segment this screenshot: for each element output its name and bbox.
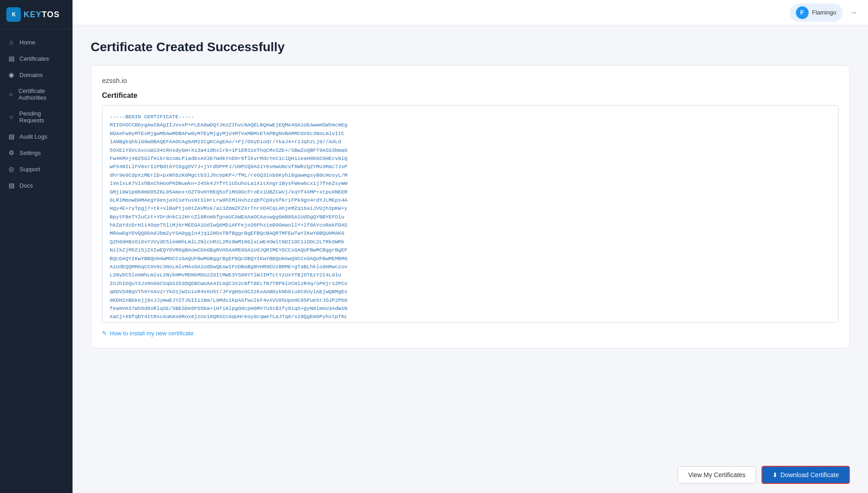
link-icon: ✎ bbox=[102, 330, 107, 337]
domain-card: ezssh.io Certificate -----BEGIN CERTIFIC… bbox=[91, 65, 850, 348]
view-certificates-button[interactable]: View My Certificates bbox=[678, 466, 756, 483]
sidebar-item-label: Domains bbox=[19, 72, 43, 78]
audit-icon: ▤ bbox=[8, 133, 15, 140]
domains-icon: ◉ bbox=[8, 71, 15, 78]
sidebar-item-settings[interactable]: ⚙ Settings bbox=[0, 145, 73, 161]
domain-label: ezssh.io bbox=[102, 77, 839, 84]
sidebar-item-label: Support bbox=[19, 166, 40, 173]
docs-icon: ▤ bbox=[8, 182, 15, 189]
sidebar-item-label: Certificate Authorities bbox=[19, 87, 66, 101]
download-certificate-label: Download Certificate bbox=[781, 471, 839, 478]
topbar: F Flamingo → bbox=[73, 0, 868, 25]
logo-text: KEYTOS bbox=[24, 10, 60, 19]
download-icon: ⬇ bbox=[772, 471, 778, 478]
ca-icon: ○ bbox=[8, 91, 14, 98]
support-icon: ◎ bbox=[8, 165, 15, 173]
sidebar-nav: ⌂ Home ▤ Certificates ◉ Domains ○ Certif… bbox=[0, 29, 73, 493]
sidebar-item-home[interactable]: ⌂ Home bbox=[0, 34, 73, 50]
certificate-content[interactable]: -----BEGIN CERTIFICATE----- MIIGVDCCBDyg… bbox=[102, 105, 839, 323]
sidebar-item-certificate-authorities[interactable]: ○ Certificate Authorities bbox=[0, 83, 73, 106]
sidebar-item-audit-logs[interactable]: ▤ Audit Logs bbox=[0, 128, 73, 145]
sidebar-item-docs[interactable]: ▤ Docs bbox=[0, 177, 73, 193]
user-name: Flamingo bbox=[812, 9, 836, 16]
sidebar-item-domains[interactable]: ◉ Domains bbox=[0, 67, 73, 83]
main-content: F Flamingo → Certificate Created Success… bbox=[73, 0, 868, 493]
cert-section-title: Certificate bbox=[102, 92, 839, 100]
avatar: F bbox=[796, 6, 809, 19]
logo: K KEYTOS bbox=[0, 0, 73, 29]
sidebar-item-certificates[interactable]: ▤ Certificates bbox=[0, 50, 73, 67]
sidebar-item-label: Audit Logs bbox=[19, 133, 47, 140]
install-link-label: How to install my new certificate bbox=[110, 330, 194, 337]
settings-icon: ⚙ bbox=[8, 149, 15, 156]
sidebar-item-label: Home bbox=[19, 39, 35, 46]
pending-icon: ○ bbox=[8, 113, 15, 121]
sidebar-item-label: Settings bbox=[19, 150, 41, 156]
action-bar: View My Certificates ⬇ Download Certific… bbox=[73, 457, 868, 493]
page-title: Certificate Created Successfully bbox=[91, 40, 850, 54]
sidebar-item-pending-requests[interactable]: ○ Pending Requests bbox=[0, 106, 73, 128]
download-certificate-button[interactable]: ⬇ Download Certificate bbox=[761, 466, 850, 484]
sidebar-item-label: Pending Requests bbox=[19, 110, 66, 124]
install-link[interactable]: ✎ How to install my new certificate bbox=[102, 330, 194, 337]
logout-button[interactable]: → bbox=[850, 9, 857, 17]
sidebar-item-support[interactable]: ◎ Support bbox=[0, 161, 73, 177]
sidebar: K KEYTOS ⌂ Home ▤ Certificates ◉ Domains… bbox=[0, 0, 73, 493]
sidebar-item-label: Docs bbox=[19, 182, 33, 189]
certificates-icon: ▤ bbox=[8, 55, 15, 62]
sidebar-item-label: Certificates bbox=[19, 55, 49, 62]
content-area: Certificate Created Successfully ezssh.i… bbox=[73, 25, 868, 457]
user-badge: F Flamingo bbox=[790, 4, 843, 22]
home-icon: ⌂ bbox=[8, 39, 15, 46]
logo-icon: K bbox=[6, 7, 21, 22]
